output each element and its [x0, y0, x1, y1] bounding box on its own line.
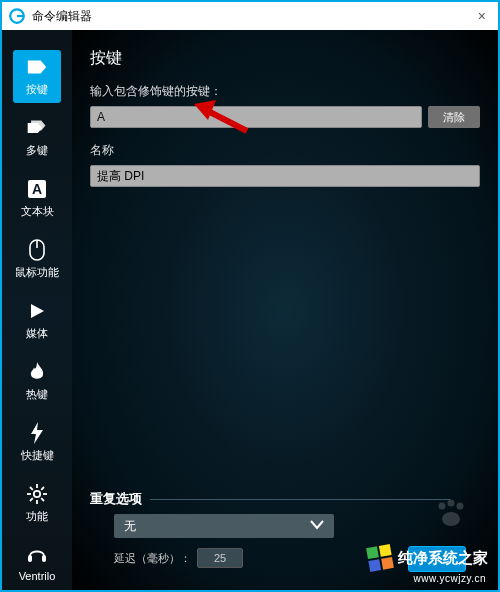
flame-icon	[26, 361, 48, 383]
panel-heading: 按键	[90, 48, 480, 69]
key-input[interactable]	[90, 106, 422, 128]
svg-line-10	[30, 487, 33, 490]
mouse-icon	[26, 239, 48, 261]
paw-watermark-icon	[434, 498, 468, 532]
sidebar-item-keystroke[interactable]: 按键	[13, 50, 61, 103]
svg-point-19	[442, 512, 460, 526]
sidebar-item-ventrilo[interactable]: Ventrilo	[13, 538, 61, 588]
clear-button[interactable]: 清除	[428, 106, 480, 128]
name-field: 名称	[90, 142, 480, 187]
svg-point-5	[34, 491, 40, 497]
sidebar-item-function[interactable]: 功能	[13, 477, 61, 530]
lightning-icon	[26, 422, 48, 444]
key-input-field: 输入包含修饰键的按键： 清除	[90, 83, 480, 128]
key-input-label: 输入包含修饰键的按键：	[90, 83, 480, 100]
sidebar-item-multikey[interactable]: 多键	[13, 111, 61, 164]
window-title: 命令编辑器	[32, 8, 92, 25]
delay-label: 延迟（毫秒）：	[114, 551, 191, 566]
svg-line-12	[30, 498, 33, 501]
ok-button[interactable]	[408, 546, 466, 572]
repeat-title: 重复选项	[90, 490, 480, 508]
tag-icon	[26, 56, 48, 78]
title-bar: 命令编辑器 ×	[2, 2, 498, 30]
sidebar-item-label: 媒体	[26, 326, 48, 341]
category-sidebar: 按键 多键 A 文本块 鼠标功能	[2, 30, 72, 590]
svg-point-16	[439, 503, 446, 510]
repeat-title-text: 重复选项	[90, 491, 142, 506]
svg-text:A: A	[32, 181, 42, 197]
delay-input[interactable]	[197, 548, 243, 568]
app-window: 命令编辑器 × 按键 多键 A 文本块	[0, 0, 500, 592]
sidebar-item-label: 功能	[26, 509, 48, 524]
watermark-url: www.ycwjzy.cn	[414, 573, 486, 584]
svg-rect-14	[28, 555, 32, 562]
repeat-mode-select[interactable]: 无	[114, 514, 334, 538]
svg-point-18	[457, 503, 464, 510]
svg-line-13	[41, 487, 44, 490]
svg-line-11	[41, 498, 44, 501]
sidebar-item-label: 按键	[26, 82, 48, 97]
tags-icon	[26, 117, 48, 139]
sidebar-item-shortcut[interactable]: 快捷键	[13, 416, 61, 469]
sidebar-item-textblock[interactable]: A 文本块	[13, 172, 61, 225]
repeat-mode-value: 无	[124, 518, 136, 535]
close-button[interactable]: ×	[472, 8, 492, 24]
name-label: 名称	[90, 142, 480, 159]
divider	[150, 499, 450, 500]
play-icon	[26, 300, 48, 322]
chevron-down-icon	[310, 519, 324, 533]
svg-point-17	[448, 500, 455, 507]
sidebar-item-label: 快捷键	[21, 448, 54, 463]
sidebar-item-label: 鼠标功能	[15, 265, 59, 280]
sidebar-item-label: 热键	[26, 387, 48, 402]
sidebar-item-label: 多键	[26, 143, 48, 158]
sidebar-item-media[interactable]: 媒体	[13, 294, 61, 347]
gear-icon	[26, 483, 48, 505]
logitech-g-logo-icon	[8, 7, 26, 25]
repeat-section: 重复选项 无 延迟（毫秒）：	[90, 490, 480, 578]
content-panel: 按键 输入包含修饰键的按键： 清除 名称	[72, 30, 498, 590]
sidebar-item-hotkey[interactable]: 热键	[13, 355, 61, 408]
headset-icon	[26, 544, 48, 566]
name-input[interactable]	[90, 165, 480, 187]
sidebar-item-mouse[interactable]: 鼠标功能	[13, 233, 61, 286]
sidebar-item-label: Ventrilo	[19, 570, 56, 582]
svg-rect-15	[42, 555, 46, 562]
text-block-icon: A	[26, 178, 48, 200]
main-area: 按键 多键 A 文本块 鼠标功能	[2, 30, 498, 590]
sidebar-item-label: 文本块	[21, 204, 54, 219]
